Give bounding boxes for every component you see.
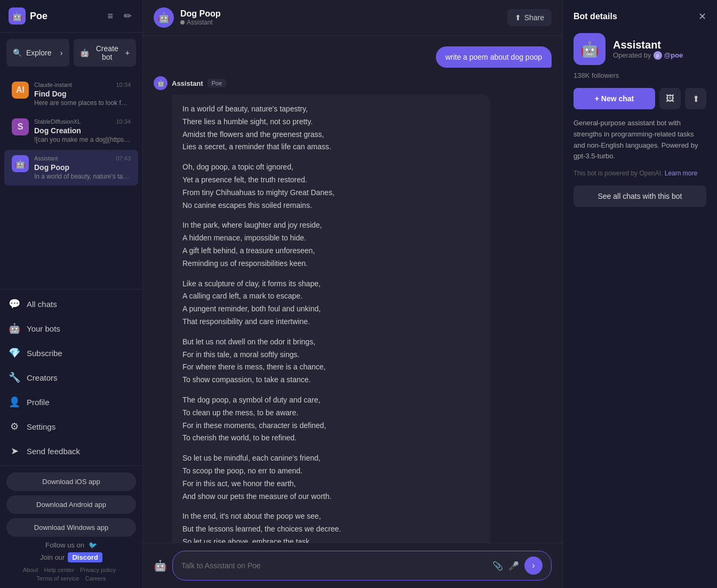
chat-input-area: 🤖 📎 🎤 ›	[143, 543, 562, 588]
bot-avatar-header: 🤖	[154, 7, 174, 28]
bot-message-content: In a world of beauty, nature's tapestry,…	[172, 94, 490, 543]
operator-avatar: p	[654, 51, 662, 60]
bot-avatar-msg: 🤖	[154, 76, 168, 90]
bot-big-avatar: 🤖	[573, 33, 606, 65]
chat-item-active[interactable]: 🤖 Assistant 07:43 Dog Poop In a world of…	[4, 150, 138, 186]
sidebar-item-profile[interactable]: 👤 Profile	[0, 390, 142, 414]
sidebar-item-send-feedback[interactable]: ➤ Send feedback	[0, 439, 142, 463]
privacy-policy-link[interactable]: Privacy policy	[80, 567, 116, 573]
chat-item-content: Claude-instant 10:34 Find Dog Here are s…	[34, 82, 131, 107]
bot-details-info: Assistant Operated by p @poe	[613, 39, 683, 60]
mic-icon[interactable]: 🎤	[508, 561, 519, 571]
attach-icon[interactable]: 📎	[492, 561, 503, 571]
bot-details-name: Assistant	[613, 39, 683, 51]
diamond-icon: 💎	[9, 347, 20, 359]
nav-section: 💬 All chats 🤖 Your bots 💎 Subscribe 🔧 Cr…	[0, 289, 142, 465]
sidebar-top-actions: 🔍 Explore › 🤖 Create bot +	[0, 33, 142, 73]
bot-details-profile: 🤖 Assistant Operated by p @poe	[573, 33, 706, 65]
about-link[interactable]: About	[23, 567, 38, 573]
sidebar-item-label: Your bots	[27, 324, 60, 333]
chevron-right-icon: ›	[60, 49, 63, 57]
chat-input-wrapper: 📎 🎤 ›	[172, 551, 552, 581]
create-bot-button[interactable]: 🤖 Create bot +	[74, 39, 137, 67]
chat-bot-label: StableDiffusionXL	[34, 118, 81, 125]
terms-link[interactable]: Terms of service	[36, 575, 79, 582]
sidebar-item-label: All chats	[27, 300, 57, 309]
bot-details-title: Bot details	[573, 12, 617, 21]
sidebar-item-your-bots[interactable]: 🤖 Your bots	[0, 316, 142, 341]
careers-link[interactable]: Careers	[85, 575, 106, 582]
chat-bot-label: Claude-instant	[34, 82, 72, 88]
help-center-link[interactable]: Help center	[44, 567, 74, 573]
download-windows-button[interactable]: Download Windows app	[6, 518, 136, 537]
bot-icon: 🤖	[9, 323, 20, 334]
chat-item[interactable]: AI Claude-instant 10:34 Find Dog Here ar…	[4, 76, 138, 112]
download-ios-button[interactable]: Download iOS app	[6, 472, 136, 491]
edit-button[interactable]: ✏	[122, 8, 134, 24]
bot-details-operated: Operated by p @poe	[613, 51, 683, 60]
avatar: AI	[12, 82, 29, 99]
image-action-button[interactable]: 🖼	[659, 88, 681, 109]
poem-stanza: In the end, it's not about the poop we s…	[182, 510, 480, 543]
sidebar-item-all-chats[interactable]: 💬 All chats	[0, 292, 142, 316]
explore-label: Explore	[26, 49, 51, 57]
new-chat-button[interactable]: + New chat	[573, 88, 655, 109]
download-android-button[interactable]: Download Android app	[6, 495, 136, 514]
see-all-chats-button[interactable]: See all chats with this bot	[573, 186, 706, 207]
bot-message: 🤖 Assistant Poe In a world of beauty, na…	[154, 76, 552, 543]
sidebar-item-label: Creators	[27, 373, 58, 382]
chat-title: Dog Poop	[34, 163, 131, 172]
bot-actions: + New chat 🖼 ⬆	[573, 88, 706, 109]
poe-logo-icon: 🤖	[9, 7, 26, 25]
sidebar-item-label: Send feedback	[27, 447, 80, 456]
sidebar-header-icons: ≡ ✏	[105, 8, 134, 24]
user-message: write a poem about dog poop	[436, 46, 552, 68]
chat-preview: In a world of beauty, nature's tapestry,…	[34, 173, 131, 180]
chat-item[interactable]: S StableDiffusionXL 10:34 Dog Creation !…	[4, 113, 138, 149]
followers-count: 138K followers	[573, 71, 706, 79]
arrow-icon: ➤	[9, 445, 20, 457]
chat-input[interactable]	[181, 561, 487, 570]
sidebar-item-settings[interactable]: ⚙ Settings	[0, 414, 142, 439]
poem-stanza: The dog poop, a symbol of duty and care,…	[182, 394, 480, 445]
discord-row: Join our Discord	[6, 552, 136, 562]
chat-bot-name: Dog Poop	[180, 9, 221, 19]
close-button[interactable]: ✕	[698, 11, 706, 22]
share-label: Share	[524, 13, 544, 22]
poem-stanza: Oh, dog poop, a topic oft ignored, Yet a…	[182, 161, 480, 212]
bot-description: General-purpose assistant bot with stren…	[573, 118, 706, 162]
avatar: S	[12, 118, 29, 135]
operator-name[interactable]: @poe	[664, 51, 683, 59]
chat-title: Dog Creation	[34, 126, 131, 135]
sidebar-item-subscribe[interactable]: 💎 Subscribe	[0, 341, 142, 365]
menu-button[interactable]: ≡	[105, 8, 115, 24]
explore-button[interactable]: 🔍 Explore ›	[6, 39, 69, 67]
person-icon: 👤	[9, 396, 20, 408]
join-our-text: Join our	[40, 553, 65, 561]
plus-icon: +	[125, 49, 130, 57]
poe-logo[interactable]: 🤖 Poe	[9, 7, 47, 25]
send-button[interactable]: ›	[524, 557, 543, 575]
poem-stanza: Like a sculpture of clay, it forms its s…	[182, 278, 480, 328]
openai-note: This bot is powered by OpenAI. Learn mor…	[573, 170, 706, 177]
chat-bot-label: Assistant	[34, 155, 58, 162]
bot-message-header: 🤖 Assistant Poe	[154, 76, 552, 90]
chat-time: 07:43	[116, 155, 131, 162]
chat-header-left: 🤖 Dog Poop Assistant	[154, 7, 221, 28]
share-button[interactable]: ⬆ Share	[507, 9, 552, 26]
create-bot-label: Create bot	[93, 44, 121, 61]
openai-note-text: This bot is powered by OpenAI.	[573, 170, 663, 177]
chat-bot-sub-text: Assistant	[187, 19, 213, 26]
poem-stanza: So let us be mindful, each canine's frie…	[182, 452, 480, 503]
twitter-icon[interactable]: 🐦	[89, 541, 97, 549]
chat-item-content: Assistant 07:43 Dog Poop In a world of b…	[34, 155, 131, 180]
share-action-button[interactable]: ⬆	[685, 88, 706, 109]
discord-badge[interactable]: Discord	[68, 552, 102, 562]
chat-time: 10:34	[116, 82, 131, 88]
sidebar-item-label: Settings	[27, 422, 55, 431]
sidebar-item-creators[interactable]: 🔧 Creators	[0, 365, 142, 390]
operated-by-text: Operated by	[613, 51, 651, 59]
chat-list: AI Claude-instant 10:34 Find Dog Here ar…	[0, 73, 142, 289]
follow-us-row: Follow us on 🐦	[6, 541, 136, 549]
learn-more-link[interactable]: Learn more	[665, 170, 697, 177]
